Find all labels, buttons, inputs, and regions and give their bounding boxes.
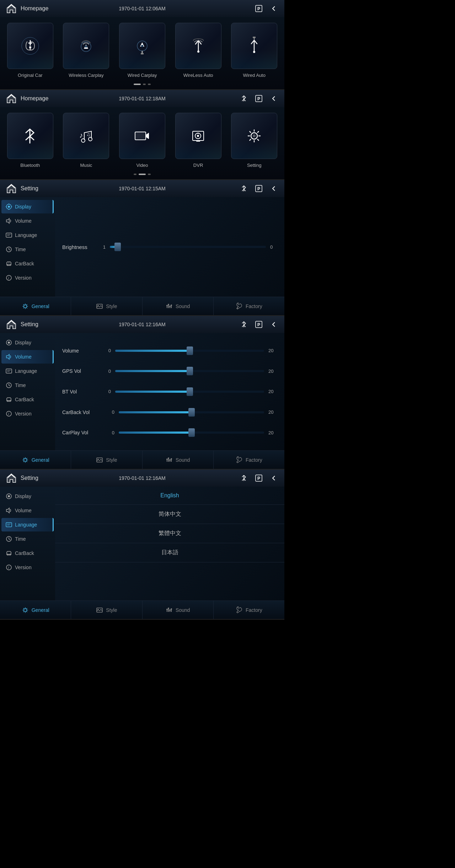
- home-icon-4[interactable]: [6, 319, 17, 330]
- app-card-dvr[interactable]: DVR: [172, 113, 225, 168]
- back-icon-5[interactable]: [269, 473, 279, 483]
- sidebar-language-3[interactable]: Language: [1, 228, 54, 242]
- brightness-slider[interactable]: [110, 246, 266, 248]
- sidebar-language-5[interactable]: Language: [1, 518, 54, 531]
- lang-item-japanese[interactable]: 日本語: [55, 543, 284, 562]
- slider-label-volume: Volume: [62, 348, 98, 354]
- lang-item-simplified-chinese[interactable]: 简体中文: [55, 505, 284, 524]
- slider-thumb-carback[interactable]: [188, 408, 195, 417]
- back-icon[interactable]: [269, 4, 279, 14]
- volume-sidebar-icon-3: [6, 218, 12, 224]
- tab-general-3[interactable]: General: [0, 297, 71, 315]
- slider-val-left-carplay: 0: [106, 430, 114, 435]
- tab-style-3[interactable]: Style: [71, 297, 142, 315]
- sidebar-time-3[interactable]: Time: [1, 243, 54, 256]
- parking-icon-2[interactable]: P: [254, 94, 264, 104]
- tab-style-4[interactable]: Style: [71, 451, 142, 469]
- brightness-row: Brightness 1 0: [62, 244, 277, 250]
- app-card-wireless-carplay[interactable]: Wireless Carplay: [60, 23, 113, 78]
- parking-icon-5[interactable]: P: [254, 473, 264, 483]
- tab-sound-5[interactable]: Sound: [143, 601, 214, 619]
- topbar-left-3: Setting: [6, 183, 38, 194]
- sidebar-version-4[interactable]: i Version: [1, 407, 54, 420]
- sidebar-display-4[interactable]: Display: [1, 336, 54, 349]
- tab-factory-5[interactable]: Factory: [214, 601, 284, 619]
- slider-val-left-gps: 0: [102, 369, 111, 374]
- home-icon-3[interactable]: [6, 183, 17, 194]
- tab-sound-4[interactable]: Sound: [143, 451, 214, 469]
- topbar-left-4: Setting: [6, 319, 38, 330]
- app-card-bluetooth[interactable]: Bluetooth: [4, 113, 57, 168]
- tab-general-5[interactable]: General: [0, 601, 71, 619]
- parking-icon-3[interactable]: P: [254, 184, 264, 194]
- slider-row-gps: GPS Vol 0 20: [62, 368, 277, 374]
- svg-point-54: [168, 304, 169, 305]
- screen-4-setting-volume: Setting 1970-01-01 12:16AM P: [0, 316, 284, 470]
- sidebar-language-4[interactable]: Language: [1, 364, 54, 378]
- tab-sound-label-3: Sound: [176, 303, 190, 309]
- svg-point-53: [166, 305, 168, 306]
- slider-thumb-carplay[interactable]: [188, 428, 195, 437]
- sidebar-display-3[interactable]: Display: [1, 200, 54, 213]
- sidebar-time-4[interactable]: Time: [1, 379, 54, 392]
- app-card-music[interactable]: ♪ ♫ Music: [60, 113, 113, 168]
- lang-item-english[interactable]: English: [55, 487, 284, 505]
- lang-item-traditional-chinese[interactable]: 繁體中文: [55, 524, 284, 543]
- setting-content-volume: Volume 0 20 GPS Vol 0 20 BT Vol 0: [55, 333, 284, 450]
- wrench-tab-icon-4: [236, 456, 243, 464]
- svg-point-11: [253, 51, 255, 53]
- app-card-setting[interactable]: Setting: [228, 113, 281, 168]
- tab-style-5[interactable]: Style: [71, 601, 142, 619]
- lang-label-traditional-chinese: 繁體中文: [159, 530, 181, 536]
- time-sidebar-icon-4: [6, 382, 12, 388]
- slider-label-carplay: CarPlay Vol: [62, 430, 101, 435]
- sidebar-time-5[interactable]: Time: [1, 532, 54, 546]
- sidebar-volume-3[interactable]: Volume: [1, 214, 54, 228]
- sidebar-volume-4[interactable]: Volume: [1, 350, 54, 364]
- app-card-wired-auto[interactable]: Wired Auto: [228, 23, 281, 78]
- sidebar-display-5[interactable]: Display: [1, 489, 54, 503]
- sidebar-volume-5[interactable]: Volume: [1, 504, 54, 517]
- sidebar-version-5[interactable]: i Version: [1, 561, 54, 574]
- brightness-thumb[interactable]: [114, 243, 121, 251]
- slider-thumb-bt[interactable]: [187, 387, 193, 396]
- parking-icon[interactable]: P: [254, 4, 264, 14]
- slider-val-right-carback: 20: [268, 409, 277, 415]
- sidebar-carback-3[interactable]: CarBack: [1, 257, 54, 270]
- slider-track-volume[interactable]: [115, 350, 264, 352]
- tab-factory-3[interactable]: Factory: [214, 297, 284, 315]
- slider-track-carplay[interactable]: [119, 432, 264, 434]
- tab-factory-4[interactable]: Factory: [214, 451, 284, 469]
- sidebar-version-3[interactable]: i Version: [1, 271, 54, 285]
- app-card-wireless-auto[interactable]: WireLess Auto: [172, 23, 225, 78]
- sidebar-carback-label-4: CarBack: [15, 397, 34, 402]
- sidebar-carback-4[interactable]: CarBack: [1, 393, 54, 406]
- home-icon-2[interactable]: [6, 93, 17, 104]
- app-card-original-car[interactable]: Original Car: [4, 23, 57, 78]
- sidebar-version-label-4: Version: [15, 411, 32, 417]
- app-icon-setting: [231, 113, 277, 159]
- equalizer-tab-icon-3: [166, 303, 173, 310]
- home-icon[interactable]: [6, 3, 17, 14]
- slider-thumb-volume[interactable]: [187, 346, 193, 355]
- back-icon-3[interactable]: [269, 184, 279, 194]
- slider-track-carback[interactable]: [119, 411, 264, 413]
- tab-general-4[interactable]: General: [0, 451, 71, 469]
- slider-thumb-gps[interactable]: [187, 367, 193, 375]
- back-icon-2[interactable]: [269, 94, 279, 104]
- back-icon-4[interactable]: [269, 319, 279, 329]
- app-card-wired-carplay[interactable]: Wired Carplay: [116, 23, 169, 78]
- setting-body-5: Display Volume Language: [0, 487, 284, 600]
- app-label-bluetooth: Bluetooth: [20, 163, 40, 168]
- svg-point-100: [166, 609, 168, 610]
- tab-sound-3[interactable]: Sound: [143, 297, 214, 315]
- parking-icon-4[interactable]: P: [254, 319, 264, 329]
- home-icon-5[interactable]: [6, 472, 17, 484]
- version-sidebar-icon-4: i: [6, 411, 12, 417]
- slider-track-bt[interactable]: [115, 391, 264, 393]
- slider-track-gps[interactable]: [115, 370, 264, 372]
- app-card-video[interactable]: Video: [116, 113, 169, 168]
- image-tab-icon-5: [96, 607, 103, 614]
- sidebar-carback-5[interactable]: CarBack: [1, 546, 54, 560]
- svg-point-77: [166, 459, 168, 460]
